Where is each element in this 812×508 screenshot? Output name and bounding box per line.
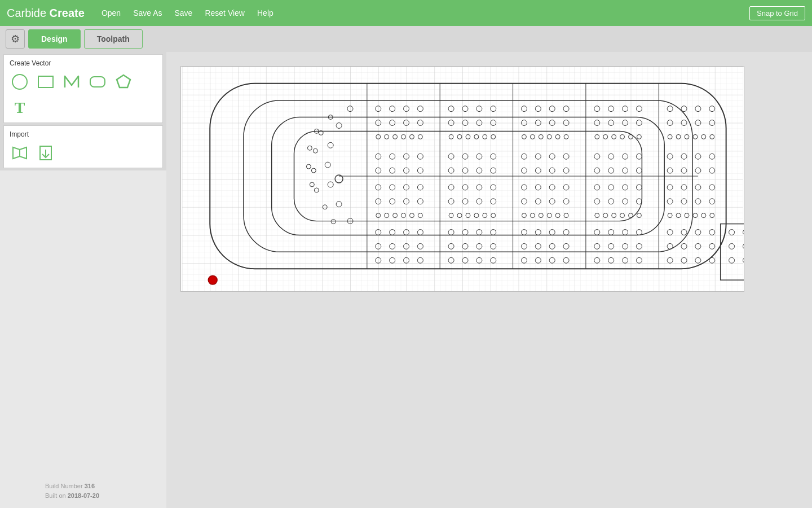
open-library-tool[interactable] (10, 143, 30, 163)
import-section: Import (3, 125, 163, 168)
open-book-icon (11, 144, 29, 162)
polyline-tool[interactable] (61, 72, 82, 92)
pentagon-tool[interactable] (113, 72, 134, 92)
reset-view-button[interactable]: Reset View (204, 6, 246, 20)
app-brand: Carbide Create (7, 7, 85, 20)
built-date: 2018-07-20 (68, 492, 99, 499)
import-tools-row (10, 143, 157, 163)
save-button[interactable]: Save (174, 6, 194, 20)
svg-point-258 (743, 230, 745, 235)
svg-point-262 (743, 257, 745, 263)
toolpath-tab[interactable]: Toolpath (84, 29, 143, 49)
build-number: 316 (85, 483, 95, 489)
help-button[interactable]: Help (256, 6, 275, 20)
footer: Build Number 316 Built on 2018-07-20 (45, 481, 99, 500)
canvas-area[interactable] (166, 52, 812, 508)
svg-marker-0 (117, 75, 130, 87)
design-canvas[interactable] (180, 66, 744, 292)
built-on-line: Built on 2018-07-20 (45, 491, 99, 501)
pentagon-icon (116, 74, 131, 90)
gear-icon: ⚙ (11, 33, 20, 45)
create-vector-title: Create Vector (10, 59, 157, 67)
create-vector-section: Create Vector (3, 54, 163, 123)
save-as-button[interactable]: Save As (132, 6, 163, 20)
text-icon: T (15, 100, 25, 116)
svg-point-282 (208, 275, 217, 284)
rounded-rect-icon (90, 76, 105, 87)
import-title: Import (10, 130, 157, 138)
settings-button[interactable]: ⚙ (6, 29, 25, 49)
build-number-line: Build Number 316 (45, 481, 99, 491)
toolbar: ⚙ Design Toolpath (0, 26, 812, 52)
import-down-icon (37, 144, 55, 162)
rectangle-tool[interactable] (36, 72, 56, 92)
left-panel: Create Vector (0, 52, 166, 170)
rounded-rect-tool[interactable] (87, 72, 108, 92)
circle-tool[interactable] (10, 72, 30, 92)
circle-icon (12, 74, 28, 90)
snap-to-grid-button[interactable]: Snap to Grid (749, 6, 805, 20)
import-file-tool[interactable] (36, 143, 56, 163)
text-tool[interactable]: T (10, 98, 30, 118)
brand-bold: Create (50, 7, 85, 19)
built-label: Built on (45, 492, 68, 499)
header: Carbide Create Open Save As Save Reset V… (0, 0, 812, 26)
rectangle-icon (38, 76, 54, 88)
design-tab[interactable]: Design (28, 29, 81, 49)
open-button[interactable]: Open (100, 6, 122, 20)
build-label: Build Number (45, 483, 85, 489)
vector-tools-row: T (10, 72, 157, 118)
brand-normal: Carbide (7, 7, 50, 19)
polyline-icon (64, 74, 80, 90)
svg-point-260 (743, 243, 745, 249)
